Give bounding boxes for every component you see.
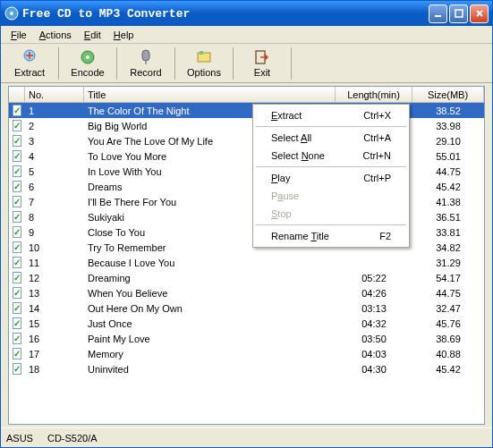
row-checkbox[interactable]: ✓ bbox=[9, 270, 25, 285]
row-title: When You Believe bbox=[84, 285, 336, 300]
row-size: 36.51 bbox=[412, 209, 484, 224]
menu-file[interactable]: File bbox=[4, 28, 33, 42]
table-row[interactable]: ✓9Close To You33.81 bbox=[9, 224, 484, 240]
row-no: 12 bbox=[25, 270, 84, 285]
col-no[interactable]: No. bbox=[25, 87, 84, 102]
toolbar-extract[interactable]: Extract bbox=[4, 46, 55, 81]
context-separator bbox=[256, 126, 406, 127]
context-item[interactable]: Rename TitleF2 bbox=[255, 227, 407, 245]
row-no: 15 bbox=[25, 316, 84, 331]
close-button[interactable] bbox=[470, 4, 489, 23]
table-row[interactable]: ✓1The Color Of The Night03:4938.52 bbox=[9, 103, 484, 118]
row-checkbox[interactable]: ✓ bbox=[9, 148, 25, 164]
row-no: 2 bbox=[25, 118, 84, 133]
row-checkbox[interactable]: ✓ bbox=[9, 316, 25, 331]
table-row[interactable]: ✓13When You Believe04:2644.75 bbox=[9, 285, 484, 300]
table-row[interactable]: ✓4To Love You More55.01 bbox=[9, 148, 484, 164]
toolbar-separator bbox=[58, 47, 59, 80]
row-title: Just Once bbox=[84, 316, 336, 331]
context-item[interactable]: ExtractCtrl+X bbox=[255, 106, 407, 124]
svg-point-1 bbox=[10, 12, 13, 15]
row-checkbox[interactable]: ✓ bbox=[9, 209, 25, 224]
toolbar: Extract Encode Record Options Exit bbox=[1, 44, 492, 83]
svg-rect-3 bbox=[455, 10, 463, 17]
context-item[interactable]: Select NoneCtrl+N bbox=[255, 147, 407, 165]
table-row[interactable]: ✓15Just Once04:3245.76 bbox=[9, 316, 484, 331]
col-length[interactable]: Length(min) bbox=[336, 87, 412, 102]
row-checkbox[interactable]: ✓ bbox=[9, 194, 25, 209]
col-check[interactable] bbox=[9, 87, 25, 102]
toolbar-label: Encode bbox=[71, 67, 104, 78]
row-no: 8 bbox=[25, 209, 84, 224]
maximize-button[interactable] bbox=[449, 4, 468, 23]
table-row[interactable]: ✓8Sukiyaki36.51 bbox=[9, 209, 484, 224]
table-row[interactable]: ✓6Dreams45.42 bbox=[9, 179, 484, 194]
row-no: 6 bbox=[25, 179, 84, 194]
table-row[interactable]: ✓17Memory04:0340.88 bbox=[9, 346, 484, 361]
track-list[interactable]: No. Title Length(min) Size(MB) ✓1The Col… bbox=[8, 86, 485, 425]
row-no: 3 bbox=[25, 133, 84, 148]
context-label: Select All bbox=[271, 132, 311, 143]
col-title[interactable]: Title bbox=[84, 87, 336, 102]
row-title: Memory bbox=[84, 346, 336, 361]
table-row[interactable]: ✓12Dreaming05:2254.17 bbox=[9, 270, 484, 285]
toolbar-encode[interactable]: Encode bbox=[63, 46, 113, 81]
context-item[interactable]: Select AllCtrl+A bbox=[255, 129, 407, 147]
row-size: 33.98 bbox=[412, 118, 484, 133]
col-size[interactable]: Size(MB) bbox=[412, 87, 484, 102]
context-shortcut: Ctrl+A bbox=[363, 132, 391, 143]
svg-rect-2 bbox=[435, 15, 441, 17]
menu-edit[interactable]: Edit bbox=[78, 28, 107, 42]
toolbar-label: Options bbox=[187, 67, 221, 78]
svg-point-8 bbox=[86, 55, 89, 59]
minimize-button[interactable] bbox=[429, 4, 447, 23]
exit-icon bbox=[253, 48, 271, 66]
row-checkbox[interactable]: ✓ bbox=[9, 133, 25, 148]
row-length bbox=[336, 255, 412, 270]
row-checkbox[interactable]: ✓ bbox=[9, 179, 25, 194]
options-icon bbox=[195, 48, 213, 66]
row-size: 54.17 bbox=[412, 270, 484, 285]
context-label: Play bbox=[271, 173, 290, 183]
toolbar-record[interactable]: Record bbox=[121, 46, 171, 81]
table-row[interactable]: ✓18Uninvited04:3045.42 bbox=[9, 361, 484, 376]
row-checkbox[interactable]: ✓ bbox=[9, 118, 25, 133]
row-checkbox[interactable]: ✓ bbox=[9, 285, 25, 300]
row-checkbox[interactable]: ✓ bbox=[9, 255, 25, 270]
row-checkbox[interactable]: ✓ bbox=[9, 361, 25, 376]
table-row[interactable]: ✓2Big Big World33.98 bbox=[9, 118, 484, 133]
row-checkbox[interactable]: ✓ bbox=[9, 300, 25, 316]
row-size: 41.38 bbox=[412, 194, 484, 209]
table-row[interactable]: ✓5In Love With You44.75 bbox=[9, 164, 484, 179]
row-size: 45.42 bbox=[412, 179, 484, 194]
menu-help[interactable]: Help bbox=[107, 28, 140, 42]
context-item[interactable]: PlayCtrl+P bbox=[255, 169, 407, 187]
table-row[interactable]: ✓11Because I Love You31.29 bbox=[9, 255, 484, 270]
row-checkbox[interactable]: ✓ bbox=[9, 331, 25, 346]
row-size: 33.81 bbox=[412, 224, 484, 240]
statusbar: ASUS CD-S520/A bbox=[1, 427, 492, 447]
table-row[interactable]: ✓14Out Here On My Own03:1332.47 bbox=[9, 300, 484, 316]
table-row[interactable]: ✓16Paint My Love03:5038.69 bbox=[9, 331, 484, 346]
toolbar-separator bbox=[116, 47, 117, 80]
context-label: Rename Title bbox=[271, 231, 329, 241]
row-size: 40.88 bbox=[412, 346, 484, 361]
toolbar-exit[interactable]: Exit bbox=[237, 46, 287, 81]
toolbar-separator bbox=[233, 47, 234, 80]
row-no: 18 bbox=[25, 361, 84, 376]
row-checkbox[interactable]: ✓ bbox=[9, 346, 25, 361]
row-checkbox[interactable]: ✓ bbox=[9, 103, 25, 118]
row-no: 7 bbox=[25, 194, 84, 209]
menu-actions[interactable]: Actions bbox=[33, 28, 78, 42]
row-size: 38.69 bbox=[412, 331, 484, 346]
row-checkbox[interactable]: ✓ bbox=[9, 224, 25, 240]
row-size: 55.01 bbox=[412, 148, 484, 164]
row-size: 32.47 bbox=[412, 300, 484, 316]
table-row[interactable]: ✓7I'll Be There For You41.38 bbox=[9, 194, 484, 209]
row-checkbox[interactable]: ✓ bbox=[9, 240, 25, 255]
toolbar-options[interactable]: Options bbox=[179, 46, 229, 81]
table-row[interactable]: ✓10Try To Remember34.82 bbox=[9, 240, 484, 255]
table-row[interactable]: ✓3You Are The Love Of My Life29.10 bbox=[9, 133, 484, 148]
row-checkbox[interactable]: ✓ bbox=[9, 164, 25, 179]
row-size: 29.10 bbox=[412, 133, 484, 148]
